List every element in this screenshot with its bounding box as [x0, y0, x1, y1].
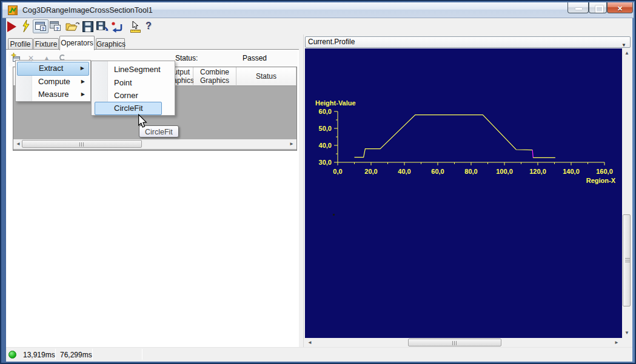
menu-item-label: Measure: [38, 88, 69, 101]
profile-chart-svg: 0,020,040,060,080,0100,0120,0140,0160,03…: [305, 48, 622, 338]
scroll-right-button[interactable]: ►: [287, 139, 296, 149]
scroll-up-button[interactable]: ▲: [622, 48, 632, 58]
tab-fixture-label: Fixture: [35, 40, 58, 48]
y-tick-label: 40,0: [319, 142, 332, 149]
total-time: 76,299ms: [60, 351, 92, 359]
scroll-right-button[interactable]: ►: [612, 338, 621, 348]
maximize-button[interactable]: [589, 2, 607, 13]
submenu-arrow-icon: ▶: [81, 62, 84, 74]
extract-submenu: LineSegment Point Corner CircleFit: [91, 61, 175, 116]
y-tick-label: 60,0: [319, 108, 332, 115]
submenu-item-point[interactable]: Point: [93, 76, 173, 89]
tab-operators[interactable]: Operators: [59, 36, 95, 50]
scroll-left-button[interactable]: ◄: [305, 338, 315, 348]
header-line1: Status: [256, 72, 276, 81]
x-tick-label: 80,0: [464, 168, 477, 175]
x-axis-title: Region-X: [586, 177, 616, 184]
pointer-ruler-icon: [130, 21, 141, 33]
x-tick-label: 40,0: [398, 168, 410, 175]
live-run-button[interactable]: [21, 19, 30, 34]
reset-arrow-icon: [111, 21, 123, 33]
window-copy-icon: ?: [50, 21, 61, 31]
series-profile: [355, 115, 533, 157]
grid-hscroll-thumb[interactable]: [22, 140, 142, 148]
menu-item-label: Corner: [114, 89, 138, 102]
submenu-item-linesegment[interactable]: LineSegment: [93, 63, 173, 76]
header-line1: Combine: [193, 68, 236, 76]
scroll-left-icon: ◄: [16, 141, 21, 147]
result-window-icon: ?: [35, 22, 47, 31]
float-result-button[interactable]: ?: [33, 19, 49, 33]
chart-axes: [338, 111, 604, 162]
statusbar-separator: [142, 349, 142, 360]
profile-selector[interactable]: Current.Profile ▼: [305, 36, 631, 48]
x-tick-label: 160,0: [596, 168, 613, 175]
tab-strip-line: [6, 49, 299, 50]
x-tick-label: 140,0: [563, 168, 580, 175]
chart-vscroll-thumb[interactable]: [623, 214, 631, 306]
submenu-item-circlefit[interactable]: CircleFit: [93, 102, 173, 114]
scroll-left-icon: ◄: [307, 340, 312, 345]
floppy-icon: [82, 21, 93, 32]
run-icon: [7, 21, 16, 32]
svg-text:?: ?: [56, 26, 59, 31]
y-tick-label: 50,0: [319, 125, 332, 132]
app-icon: [7, 5, 18, 16]
submenu-arrow-icon: ▶: [81, 75, 85, 88]
profile-chart: 0,020,040,060,080,0100,0120,0140,0160,03…: [305, 48, 622, 338]
menu-item-label: LineSegment: [114, 63, 161, 76]
thumb-grip: [79, 142, 84, 147]
grid-header-combine-graphics[interactable]: Combine Graphics: [193, 67, 236, 86]
mouse-cursor-icon: [138, 114, 147, 128]
thumb-grip: [625, 258, 630, 263]
floppy-arrow-icon: [96, 21, 109, 32]
help-button[interactable]: ?: [146, 21, 152, 35]
lightning-icon: [21, 19, 30, 33]
tooltip-text: CircleFit: [145, 128, 173, 136]
thumb-grip: [452, 341, 457, 345]
x-tick-label: 100,0: [496, 168, 513, 175]
menu-item-compute[interactable]: Compute ▶: [17, 75, 89, 88]
scroll-right-icon: ►: [289, 141, 294, 147]
svg-text:?: ?: [42, 26, 45, 31]
window-title: Cog3DRangeImageCrossSectionTool1: [22, 6, 153, 15]
menu-item-label: CircleFit: [114, 102, 143, 114]
scroll-down-button[interactable]: ▼: [622, 328, 632, 338]
scroll-down-icon: ▼: [624, 330, 629, 336]
chart-vscrollbar[interactable]: ▲ ▼: [622, 48, 632, 338]
help-icon: ?: [146, 21, 152, 31]
submenu-arrow-icon: ▶: [81, 88, 85, 101]
execution-time: 13,919ms: [23, 351, 55, 359]
scroll-up-icon: ▲: [624, 50, 629, 56]
titlebar[interactable]: Cog3DRangeImageCrossSectionTool1: [2, 2, 634, 18]
y-tick-label: 30,0: [319, 159, 332, 166]
scroll-right-icon: ►: [614, 340, 619, 345]
statusbar-separator: [55, 349, 56, 360]
minimize-button[interactable]: [567, 2, 589, 13]
grid-header-status[interactable]: Status: [236, 67, 296, 86]
status-bar: [6, 347, 632, 362]
close-icon: ✕: [617, 5, 623, 12]
context-menu: Extract ▶ Compute ▶ Measure ▶: [15, 60, 91, 102]
tab-profile[interactable]: Profile: [8, 38, 33, 50]
minimize-icon: [575, 8, 582, 10]
menu-item-label: Compute: [38, 75, 70, 88]
open-folder-icon: [65, 21, 80, 32]
menu-item-extract[interactable]: Extract ▶: [17, 62, 89, 76]
chart-hscroll-thumb[interactable]: [408, 339, 501, 346]
x-tick-label: 0,0: [333, 168, 342, 175]
chart-hscrollbar[interactable]: ◄ ►: [305, 338, 621, 348]
menu-item-label: Extract: [39, 62, 63, 74]
menu-item-label: Point: [114, 76, 132, 89]
menu-item-measure[interactable]: Measure ▶: [17, 88, 89, 101]
x-tick-label: 60,0: [431, 168, 444, 175]
grid-hscrollbar[interactable]: ◄ ►: [13, 139, 296, 149]
close-button[interactable]: ✕: [607, 2, 633, 13]
pane-splitter[interactable]: [299, 50, 303, 347]
tab-operators-label: Operators: [61, 39, 93, 47]
submenu-item-corner[interactable]: Corner: [93, 89, 173, 102]
status-label: Status:: [175, 54, 198, 62]
tab-fixture[interactable]: Fixture: [33, 38, 59, 50]
tab-graphics[interactable]: Graphics: [96, 38, 125, 50]
x-tick-label: 120,0: [529, 168, 546, 175]
